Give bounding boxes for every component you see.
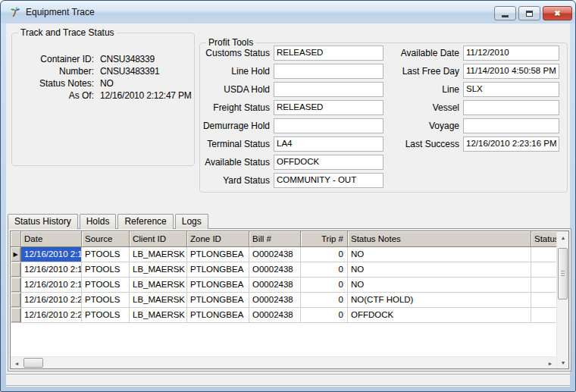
profit-field-input[interactable] <box>463 100 559 115</box>
track-and-trace-groupbox: Track and Trace Status Container ID: CNS… <box>11 33 195 166</box>
column-header[interactable]: Bill # <box>249 231 301 246</box>
profit-field-input[interactable]: 12/16/2010 2:23:16 PM <box>463 136 559 152</box>
cell-status-notes[interactable]: NO <box>348 278 531 293</box>
thumb-grip <box>561 271 565 277</box>
cell-zone-id[interactable]: PTLONGBEA <box>187 308 249 323</box>
column-header[interactable]: Status Notes <box>348 231 531 246</box>
cell-bill[interactable]: O0002438 <box>249 262 301 278</box>
profit-field-input[interactable] <box>274 118 383 133</box>
cell-zone-id[interactable]: PTLONGBEA <box>187 262 249 278</box>
cell-date[interactable]: 12/16/2010 2:12 <box>21 247 82 262</box>
cell-bill[interactable]: O0002438 <box>249 247 301 262</box>
column-header[interactable]: Trip # <box>301 231 348 246</box>
cell-client-id[interactable]: LB_MAERSK <box>130 262 187 278</box>
tab[interactable]: Reference <box>117 214 173 229</box>
cell-trip[interactable]: 0 <box>301 308 348 323</box>
table-row[interactable]: 12/16/2010 2:19 PTOOLS LB_MAERSK PTLONGB… <box>11 278 557 293</box>
cell-date[interactable]: 12/16/2010 2:17 <box>21 262 82 278</box>
cell-status[interactable] <box>531 278 557 293</box>
cell-trip[interactable]: 0 <box>301 293 348 308</box>
cell-source[interactable]: PTOOLS <box>82 308 130 323</box>
cell-bill[interactable]: O0002438 <box>249 293 301 308</box>
profit-field-input[interactable]: SLX <box>463 82 559 97</box>
close-button[interactable]: ✖ <box>543 6 572 20</box>
titlebar[interactable]: Equipment Trace ✖ <box>1 1 575 24</box>
cell-source[interactable]: PTOOLS <box>82 278 130 293</box>
cell-status[interactable] <box>531 293 557 308</box>
profit-field-label: Line Hold <box>202 66 274 77</box>
vertical-scrollbar-thumb[interactable] <box>558 248 568 299</box>
profit-field-row: Demurrage Hold <box>202 118 383 133</box>
cell-status-notes[interactable]: NO <box>348 262 531 278</box>
scroll-left-icon[interactable]: ◄ <box>11 357 23 369</box>
tab[interactable]: Holds <box>80 214 117 229</box>
profit-field-input[interactable] <box>274 64 383 79</box>
column-header[interactable]: Status <box>531 231 557 246</box>
profit-field-input[interactable]: LA4 <box>274 136 383 152</box>
cell-trip[interactable]: 0 <box>301 247 348 262</box>
column-header[interactable]: Source <box>82 231 130 246</box>
cell-status-notes[interactable]: NO <box>348 247 531 262</box>
cell-client-id[interactable]: LB_MAERSK <box>130 308 187 323</box>
profit-field-input[interactable]: 11/14/2010 4:50:58 PM <box>463 64 559 79</box>
table-row[interactable]: 12/16/2010 2:17 PTOOLS LB_MAERSK PTLONGB… <box>11 262 557 278</box>
tab[interactable]: Logs <box>175 214 208 229</box>
cell-date[interactable]: 12/16/2010 2:19 <box>21 278 82 293</box>
column-header[interactable]: Date <box>21 231 82 246</box>
cell-status[interactable] <box>531 262 557 278</box>
track-field-label: Status Notes: <box>12 78 94 89</box>
cell-status-notes[interactable]: OFFDOCK <box>348 308 531 323</box>
table-row[interactable]: 12/16/2010 2:23 PTOOLS LB_MAERSK PTLONGB… <box>11 308 557 323</box>
profit-field-input[interactable]: COMMUNITY - OUT <box>274 173 383 188</box>
cell-zone-id[interactable]: PTLONGBEA <box>187 247 249 262</box>
cell-source[interactable]: PTOOLS <box>82 293 130 308</box>
profit-field-label: Vessel <box>374 102 463 113</box>
profit-field-input[interactable]: 11/12/2010 <box>463 45 559 61</box>
restore-button[interactable] <box>518 6 540 20</box>
minimize-icon <box>502 15 509 17</box>
cell-status-notes[interactable]: NO(CTF HOLD) <box>348 293 531 308</box>
cell-client-id[interactable]: LB_MAERSK <box>130 247 187 262</box>
profit-field-input[interactable]: OFFDOCK <box>274 155 383 170</box>
scroll-down-icon[interactable]: ▼ <box>557 356 569 368</box>
profit-tools-groupbox: Profit Tools Customs Status RELEASED Lin… <box>199 42 568 193</box>
cell-bill[interactable]: O0002438 <box>249 278 301 293</box>
cell-date[interactable]: 12/16/2010 2:21 <box>21 293 82 308</box>
cell-source[interactable]: PTOOLS <box>82 262 130 278</box>
profit-field-label: USDA Hold <box>202 84 274 95</box>
horizontal-scrollbar-thumb[interactable] <box>23 358 43 368</box>
table-row[interactable]: ▶ 12/16/2010 2:12 PTOOLS LB_MAERSK PTLON… <box>11 247 557 262</box>
cell-status[interactable] <box>531 308 557 323</box>
cell-trip[interactable]: 0 <box>301 278 348 293</box>
column-header[interactable]: Client ID <box>130 231 187 246</box>
horizontal-scrollbar[interactable]: ◄ ► <box>11 356 556 368</box>
tab[interactable]: Status History <box>8 214 78 229</box>
cell-trip[interactable]: 0 <box>301 262 348 278</box>
cell-zone-id[interactable]: PTLONGBEA <box>187 293 249 308</box>
track-field-label: Container ID: <box>12 54 94 64</box>
profit-field-input[interactable] <box>274 82 383 97</box>
profit-field-label: Line <box>374 84 463 95</box>
scroll-up-icon[interactable]: ▲ <box>557 231 569 243</box>
track-field-row: As Of: 12/16/2010 2:12:47 PM <box>12 89 194 102</box>
profit-field-input[interactable]: RELEASED <box>274 45 383 61</box>
table-row[interactable]: 12/16/2010 2:21 PTOOLS LB_MAERSK PTLONGB… <box>11 293 557 308</box>
minimize-button[interactable] <box>494 6 516 20</box>
track-field-label: Number: <box>12 66 94 77</box>
profit-field-row: Voyage <box>374 118 559 133</box>
column-header[interactable]: Zone ID <box>187 231 249 246</box>
scroll-right-icon[interactable]: ► <box>544 357 556 369</box>
cell-status[interactable] <box>531 247 557 262</box>
cell-client-id[interactable]: LB_MAERSK <box>130 293 187 308</box>
profit-field-input[interactable]: RELEASED <box>274 100 383 115</box>
vertical-scrollbar[interactable]: ▲ ▼ <box>556 231 568 368</box>
cell-zone-id[interactable]: PTLONGBEA <box>187 278 249 293</box>
profit-field-label: Available Date <box>374 48 463 58</box>
cell-source[interactable]: PTOOLS <box>82 247 130 262</box>
profit-field-input[interactable] <box>463 118 559 133</box>
cell-client-id[interactable]: LB_MAERSK <box>130 278 187 293</box>
track-field-row: Status Notes: NO <box>12 77 194 89</box>
profit-field-label: Available Status <box>202 157 274 168</box>
cell-date[interactable]: 12/16/2010 2:23 <box>21 308 82 323</box>
cell-bill[interactable]: O0002438 <box>249 308 301 323</box>
